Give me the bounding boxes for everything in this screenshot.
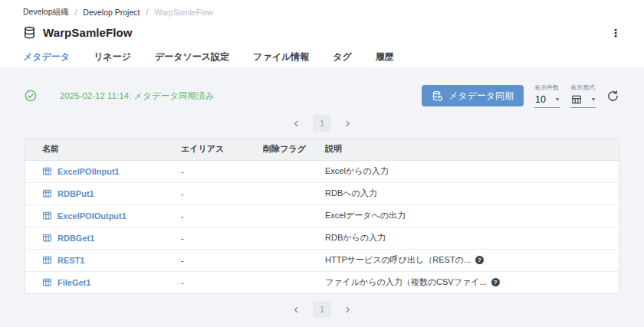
table-grid-icon — [42, 233, 52, 243]
row-description: RDBへの入力 ? — [325, 188, 619, 199]
tab-active[interactable]: メタデータ — [23, 51, 70, 67]
tab-item[interactable]: ファイル情報 — [253, 51, 309, 67]
row-description: HTTPサービスの呼び出し（RESTの... ? — [325, 254, 619, 266]
row-description: Excelデータへの出力 ? — [325, 210, 619, 221]
page-size-label: 表示件数 — [534, 83, 560, 92]
column-header-description: 説明 — [325, 139, 619, 160]
display-format-control: 表示形式 ▾ — [570, 83, 596, 108]
breadcrumb: Develop組織/Develop Project/WarpSamleFlow — [0, 0, 644, 18]
help-icon[interactable]: ? — [475, 256, 484, 264]
metadata-table: 名前 エイリアス 削除フラグ 説明 ExcelPOIInput1 — [25, 138, 619, 294]
page-number[interactable]: 1 — [313, 115, 331, 132]
chevron-right-icon[interactable] — [343, 119, 352, 128]
title-row: WarpSamleFlow ⋮ — [0, 18, 644, 39]
content-area: 2025-02-12 11:14: メタデータ同期済み メタデータ同期 — [0, 67, 644, 327]
row-alias: - — [181, 160, 258, 182]
table-row: ExcelPOIOutput1 - Excelデータへの出力 ? — [25, 204, 619, 227]
row-name-link[interactable]: FileGet1 — [25, 277, 181, 287]
chevron-right-icon[interactable] — [343, 306, 352, 314]
table-row: RDBPut1 - RDBへの入力 ? — [25, 182, 619, 204]
tab-item[interactable]: タグ — [333, 51, 352, 67]
table-row: RDBGet1 - RDBからの入力 ? — [25, 227, 619, 249]
tab-item[interactable]: 履歴 — [376, 51, 394, 67]
column-header-alias: エイリアス — [181, 139, 258, 160]
table-grid-icon — [571, 94, 582, 105]
row-description: Excelからの入力 ? — [325, 165, 619, 177]
table-row: ExcelPOIInput1 - Excelからの入力 ? — [25, 160, 619, 182]
breadcrumb-separator: / — [146, 8, 148, 17]
check-circle-icon — [25, 90, 37, 102]
refresh-icon[interactable] — [606, 90, 619, 103]
row-name-link[interactable]: RDBPut1 — [25, 188, 181, 198]
row-name-link[interactable]: ExcelPOIOutput1 — [25, 211, 181, 221]
row-delete-flag — [258, 271, 325, 293]
metadata-sync-button[interactable]: メタデータ同期 — [422, 85, 524, 106]
page-number[interactable]: 1 — [313, 301, 331, 318]
chevron-left-icon[interactable] — [292, 306, 301, 314]
status-row: 2025-02-12 11:14: メタデータ同期済み メタデータ同期 — [25, 67, 619, 109]
table-grid-icon — [42, 211, 52, 221]
table-row: REST1 - HTTPサービスの呼び出し（RESTの... ? — [25, 249, 619, 271]
chevron-down-icon: ▾ — [592, 96, 595, 103]
row-delete-flag — [258, 249, 325, 271]
tab-bar: メタデータリネージデータソース設定ファイル情報タグ履歴 — [0, 39, 644, 67]
breadcrumb-item[interactable]: Develop組織 — [23, 7, 69, 18]
page-title: WarpSamleFlow — [43, 26, 133, 39]
breadcrumb-item[interactable]: Develop Project — [83, 8, 140, 17]
database-sync-icon — [432, 90, 443, 102]
table-grid-icon — [42, 277, 52, 287]
table-header-row: 名前 エイリアス 削除フラグ 説明 — [25, 139, 619, 160]
row-alias: - — [181, 227, 258, 249]
tab-item[interactable]: リネージ — [94, 51, 131, 67]
database-icon — [23, 26, 36, 39]
row-name-link[interactable]: RDBGet1 — [25, 233, 181, 243]
row-alias: - — [181, 249, 258, 271]
help-icon[interactable]: ? — [491, 278, 500, 286]
toolbar: メタデータ同期 表示件数 10 ▾ 表示形式 — [422, 83, 619, 108]
table-grid-icon — [42, 255, 52, 265]
table-grid-icon — [42, 166, 52, 176]
row-name-link[interactable]: ExcelPOIInput1 — [25, 166, 181, 176]
row-name-link[interactable]: REST1 — [25, 255, 181, 265]
row-delete-flag — [258, 160, 325, 182]
table-grid-icon — [42, 188, 52, 198]
metadata-sync-button-label: メタデータ同期 — [449, 90, 514, 103]
row-description: ファイルからの入力（複数のCSVファイ... ? — [325, 276, 619, 288]
display-format-select[interactable]: ▾ — [570, 94, 596, 108]
chevron-down-icon: ▾ — [556, 96, 559, 103]
row-alias: - — [181, 182, 258, 204]
sync-status-text: 2025-02-12 11:14: メタデータ同期済み — [60, 90, 214, 102]
row-name-label: FileGet1 — [58, 278, 90, 287]
row-name-label: REST1 — [58, 256, 84, 265]
row-description: RDBからの入力 ? — [325, 232, 619, 244]
page-size-select[interactable]: 10 ▾ — [534, 94, 560, 108]
column-header-delete-flag: 削除フラグ — [258, 139, 325, 160]
display-format-label: 表示形式 — [570, 83, 596, 92]
tab-item[interactable]: データソース設定 — [155, 51, 229, 67]
table-row: FileGet1 - ファイルからの入力（複数のCSVファイ... ? — [25, 271, 619, 293]
row-name-label: RDBPut1 — [58, 189, 94, 198]
row-name-label: RDBGet1 — [58, 234, 94, 243]
row-delete-flag — [258, 204, 325, 227]
pagination-bottom: 1 — [0, 294, 644, 318]
page-size-control: 表示件数 10 ▾ — [534, 83, 560, 108]
row-alias: - — [181, 204, 258, 227]
breadcrumb-separator: / — [75, 8, 77, 17]
chevron-left-icon[interactable] — [292, 119, 301, 128]
page-size-value: 10 — [535, 94, 546, 105]
row-delete-flag — [258, 182, 325, 204]
row-name-label: ExcelPOIInput1 — [58, 167, 120, 176]
row-alias: - — [181, 271, 258, 293]
kebab-menu-icon[interactable]: ⋮ — [609, 28, 623, 38]
column-header-name: 名前 — [25, 139, 181, 160]
pagination-top: 1 — [0, 109, 644, 132]
page: Develop組織/Develop Project/WarpSamleFlow … — [0, 0, 644, 327]
row-name-label: ExcelPOIOutput1 — [58, 211, 127, 221]
row-delete-flag — [258, 227, 325, 249]
breadcrumb-item: WarpSamleFlow — [154, 8, 213, 17]
